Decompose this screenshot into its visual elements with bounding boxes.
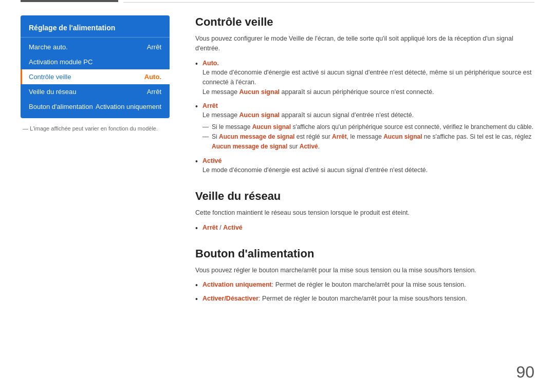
right-content: Contrôle veille Vous pouvez configurer l… xyxy=(195,15,534,318)
section-controle-veille: Contrôle veille Vous pouvez configurer l… xyxy=(195,15,534,175)
menu-item-controle-value: Auto. xyxy=(144,73,161,81)
bullet-arret: Arrêt Le message Aucun signal apparaît s… xyxy=(195,101,534,152)
bouton-alimentation-desc: Vous pouvez régler le bouton marche/arrê… xyxy=(195,266,534,275)
bullet-active-label: Activé xyxy=(202,157,222,164)
bullet-active: Activé Le mode d'économie d'énergie est … xyxy=(195,156,534,176)
menu-item-marche-label: Marche auto. xyxy=(29,43,68,51)
bullet-arret-label: Arrêt xyxy=(202,102,218,109)
menu-item-controle-label: Contrôle veille xyxy=(29,73,71,81)
bouton-alimentation-title: Bouton d'alimentation xyxy=(195,247,534,260)
menu-item-activation-label: Activation module PC xyxy=(29,58,92,66)
veille-reseau-title: Veille du réseau xyxy=(195,190,534,203)
top-line-dark xyxy=(21,0,118,2)
bouton-bullet-1-text: Activation uniquement: Permet de régler … xyxy=(202,281,466,288)
controle-veille-title: Contrôle veille xyxy=(195,15,534,29)
page-number: 90 xyxy=(516,363,534,382)
bullet-auto-text1: Le mode d'économie d'énergie est activé … xyxy=(202,69,531,86)
section-veille-reseau: Veille du réseau Cette fonction maintien… xyxy=(195,190,534,233)
bullet-auto-label: Auto. xyxy=(202,60,219,67)
bouton-bullet-2-text: Activer/Désactiver: Permet de régler le … xyxy=(202,295,467,302)
sub-item-1: Si le message Aucun signal s'affiche alo… xyxy=(202,122,534,132)
menu-item-controle[interactable]: Contrôle veille Auto. xyxy=(21,69,170,84)
menu-item-veille[interactable]: Veille du réseau Arrêt xyxy=(21,84,170,99)
veille-reseau-desc: Cette fonction maintient le réseau sous … xyxy=(195,208,534,218)
bullet-arret-sublist: Si le message Aucun signal s'affiche alo… xyxy=(202,122,534,152)
menu-divider xyxy=(21,37,170,38)
menu-item-marche[interactable]: Marche auto. Arrêt xyxy=(21,40,170,54)
bullet-active-text: Le mode d'économie d'énergie est activé … xyxy=(202,166,428,174)
top-decorative-bar xyxy=(0,0,555,4)
veille-reseau-options: Arrêt / Activé xyxy=(195,223,534,233)
menu-box-title: Réglage de l'alimentation xyxy=(21,20,170,37)
bullet-auto: Auto. Le mode d'économie d'énergie est a… xyxy=(195,59,534,97)
menu-item-bouton-value: Activation uniquement xyxy=(96,103,161,110)
sub-item-2: Si Aucun message de signal est réglé sur… xyxy=(202,132,534,152)
controle-veille-desc: Vous pouvez configurer le mode Veille de… xyxy=(195,34,534,53)
veille-options-text: Arrêt / Activé xyxy=(202,224,243,231)
bullet-arret-text: Le message Aucun signal apparaît si aucu… xyxy=(202,111,414,119)
bullet-auto-text2: Le message Aucun signal apparaît si aucu… xyxy=(202,88,434,96)
left-panel: Réglage de l'alimentation Marche auto. A… xyxy=(21,15,170,132)
bouton-bullet-2: Activer/Désactiver: Permet de régler le … xyxy=(195,294,534,304)
veille-option-item: Arrêt / Activé xyxy=(195,223,534,233)
menu-item-veille-value: Arrêt xyxy=(147,88,161,96)
menu-item-marche-value: Arrêt xyxy=(147,43,161,51)
menu-item-activation[interactable]: Activation module PC xyxy=(21,54,170,69)
top-rule xyxy=(123,2,534,3)
menu-box: Réglage de l'alimentation Marche auto. A… xyxy=(21,15,170,118)
menu-item-bouton[interactable]: Bouton d'alimentation Activation uniquem… xyxy=(21,99,170,114)
left-panel-note: L'image affichée peut varier en fonction… xyxy=(21,125,170,132)
bouton-bullet-1: Activation uniquement: Permet de régler … xyxy=(195,280,534,290)
controle-veille-bullets: Auto. Le mode d'économie d'énergie est a… xyxy=(195,59,534,176)
section-bouton-alimentation: Bouton d'alimentation Vous pouvez régler… xyxy=(195,247,534,304)
menu-item-veille-label: Veille du réseau xyxy=(29,88,77,96)
menu-item-bouton-label: Bouton d'alimentation xyxy=(29,103,93,110)
bouton-alimentation-bullets: Activation uniquement: Permet de régler … xyxy=(195,280,534,304)
